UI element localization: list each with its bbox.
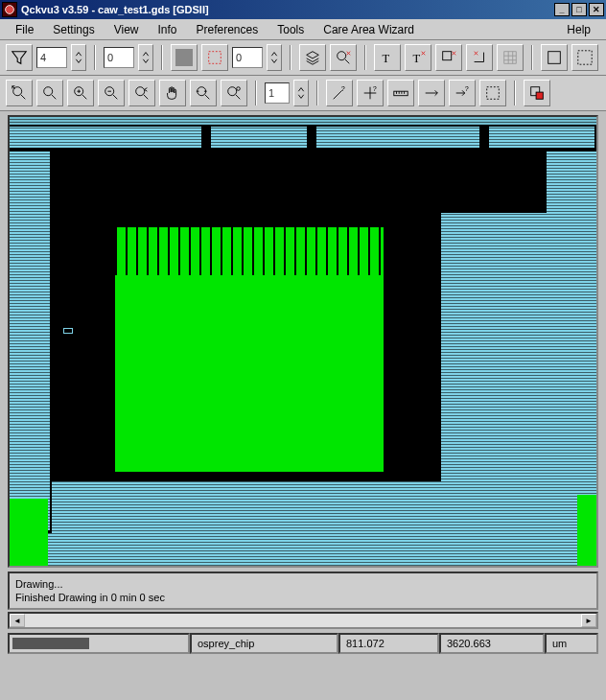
zoom-out-button[interactable] <box>98 80 125 106</box>
dimension-query-button[interactable]: ? <box>449 80 476 106</box>
zoom-in-button[interactable] <box>67 80 94 106</box>
svg-text:?: ? <box>465 84 469 93</box>
cell-name-cell: osprey_chip <box>190 633 338 654</box>
fill-swatch-button[interactable] <box>171 44 198 71</box>
zoom-redraw-button[interactable] <box>221 80 247 106</box>
highlight-icon <box>528 84 546 102</box>
scroll-track[interactable] <box>25 614 581 627</box>
progress-fill <box>12 638 89 649</box>
window-title: Qckvu3 v3.59 - caw_test1.gds [GDSII] <box>21 4 552 15</box>
measure-cross-button[interactable]: ? <box>357 80 384 106</box>
text-on-button[interactable]: T <box>374 44 401 71</box>
layer-zoom-button[interactable] <box>330 44 357 71</box>
select-rect-button[interactable] <box>541 44 568 71</box>
corner-icon <box>471 49 488 66</box>
svg-text:?: ? <box>341 84 345 93</box>
outline-icon <box>206 49 223 66</box>
toolbar-1: T T <box>0 40 606 76</box>
marker-off-icon <box>440 49 457 66</box>
hierarchy-input[interactable] <box>104 47 134 68</box>
dimension-arrow-button[interactable] <box>418 80 445 106</box>
status-box: Drawing... Finished Drawing in 0 min 0 s… <box>8 572 598 610</box>
minimize-button[interactable]: _ <box>554 3 570 16</box>
svg-point-12 <box>136 87 145 96</box>
title-bar: Qckvu3 v3.59 - caw_test1.gds [GDSII] _ □… <box>0 0 606 19</box>
crosshair-icon: ? <box>361 84 379 102</box>
close-button[interactable]: ✕ <box>589 3 604 16</box>
nesting-level-input[interactable] <box>36 47 67 68</box>
menu-view[interactable]: View <box>105 21 149 38</box>
highlight-button[interactable] <box>524 80 550 106</box>
coord-y-cell: 3620.663 <box>439 633 545 654</box>
marker-off-button[interactable] <box>435 44 462 71</box>
region-select-button[interactable] <box>479 80 506 106</box>
status-bar: osprey_chip 811.072 3620.663 um <box>8 633 598 654</box>
zoom-center-icon <box>195 84 212 102</box>
filter-icon <box>11 49 28 66</box>
menu-settings[interactable]: Settings <box>43 21 104 38</box>
zoom-center-button[interactable] <box>190 80 217 106</box>
marquee-icon <box>576 49 594 66</box>
svg-rect-6 <box>548 52 561 64</box>
outline-mode-button[interactable] <box>201 44 228 71</box>
green-region <box>115 227 384 472</box>
snap-corner-button[interactable] <box>466 44 493 71</box>
marker-rect <box>63 328 73 334</box>
svg-rect-20 <box>487 87 500 100</box>
layout-canvas[interactable] <box>8 115 598 568</box>
progress-cell <box>8 633 190 654</box>
hierarchy-spinner[interactable] <box>138 44 153 71</box>
marquee-button[interactable] <box>571 44 598 71</box>
menu-info[interactable]: Info <box>149 21 187 38</box>
scroll-left-button[interactable]: ◄ <box>10 614 25 627</box>
zoom-extents-icon <box>11 84 28 102</box>
layers-button[interactable] <box>299 44 326 71</box>
menu-care-area-wizard[interactable]: Care Area Wizard <box>314 21 424 38</box>
layers-icon <box>304 49 321 66</box>
status-line-2: Finished Drawing in 0 min 0 sec <box>15 591 591 604</box>
grid-button[interactable] <box>497 44 524 71</box>
svg-rect-22 <box>536 92 543 99</box>
scroll-right-button[interactable]: ► <box>581 614 596 627</box>
horizontal-scrollbar[interactable]: ◄ ► <box>8 612 598 629</box>
text-off-button[interactable]: T <box>405 44 431 71</box>
menu-preferences[interactable]: Preferences <box>187 21 268 38</box>
svg-point-9 <box>44 87 53 96</box>
svg-point-2 <box>338 52 346 60</box>
pattern-input[interactable] <box>232 47 263 68</box>
grid-icon <box>501 49 519 66</box>
layer-zoom-icon <box>335 49 352 66</box>
dim-arrow-icon <box>423 84 440 102</box>
region-icon <box>484 84 501 102</box>
svg-rect-5 <box>443 52 452 60</box>
hand-icon <box>164 84 181 102</box>
zoom-extents-button[interactable] <box>6 80 33 106</box>
filter-button[interactable] <box>6 44 33 71</box>
menu-help[interactable]: Help <box>557 21 600 38</box>
menu-file[interactable]: File <box>6 21 43 38</box>
toolbar-2: ? ? ? <box>0 76 606 111</box>
zoom-out-icon <box>103 84 120 102</box>
dim-query-icon: ? <box>454 84 471 102</box>
zoom-prev-button[interactable] <box>128 80 155 106</box>
pattern-spinner[interactable] <box>267 44 282 71</box>
svg-text:T: T <box>413 52 421 65</box>
scale-input[interactable] <box>265 82 290 104</box>
zoom-icon <box>41 84 58 102</box>
zoom-window-button[interactable] <box>36 80 63 106</box>
pan-button[interactable] <box>159 80 186 106</box>
ruler-icon <box>392 84 409 102</box>
svg-rect-1 <box>209 52 221 64</box>
units-cell: um <box>545 633 598 654</box>
svg-text:?: ? <box>373 84 377 93</box>
measure-point-button[interactable]: ? <box>326 80 353 106</box>
menu-tools[interactable]: Tools <box>268 21 314 38</box>
svg-point-15 <box>237 87 241 91</box>
scale-spinner[interactable] <box>293 80 309 106</box>
zoom-redraw-icon <box>225 84 243 102</box>
select-rect-icon <box>546 49 563 66</box>
maximize-button[interactable]: □ <box>571 3 587 16</box>
nesting-spinner[interactable] <box>71 44 86 71</box>
ruler-button[interactable] <box>387 80 414 106</box>
svg-rect-7 <box>578 51 592 64</box>
